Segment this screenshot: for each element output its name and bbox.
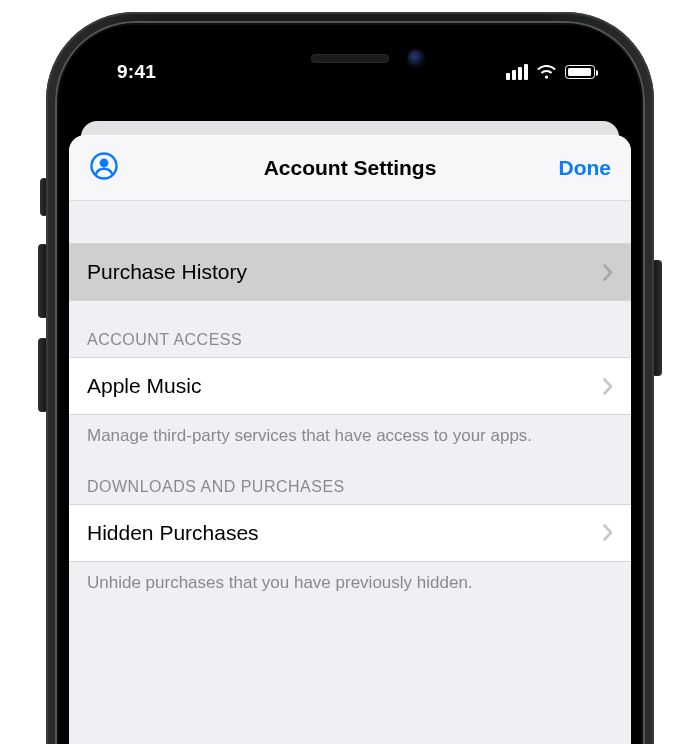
account-access-header: ACCOUNT ACCESS: [69, 301, 631, 357]
svg-point-1: [100, 158, 109, 167]
apple-music-label: Apple Music: [87, 374, 201, 398]
battery-icon: [565, 65, 595, 79]
nav-bar: Account Settings Done: [69, 135, 631, 201]
account-icon[interactable]: [89, 151, 119, 185]
cellular-signal-icon: [506, 64, 528, 80]
chevron-right-icon: [603, 264, 613, 281]
chevron-right-icon: [603, 378, 613, 395]
apple-music-row[interactable]: Apple Music: [69, 357, 631, 415]
downloads-footer: Unhide purchases that you have previousl…: [69, 562, 631, 595]
front-camera: [408, 50, 424, 66]
status-time: 9:41: [117, 61, 156, 83]
speaker-grille: [311, 54, 389, 63]
wifi-icon: [536, 65, 557, 80]
notch: [221, 35, 479, 75]
purchase-history-row[interactable]: Purchase History: [69, 243, 631, 301]
done-button[interactable]: Done: [531, 156, 611, 180]
chevron-right-icon: [603, 524, 613, 541]
screen: 9:41: [69, 35, 631, 744]
phone-body: 9:41: [46, 12, 654, 744]
downloads-header: DOWNLOADS AND PURCHASES: [69, 448, 631, 504]
hidden-purchases-label: Hidden Purchases: [87, 521, 259, 545]
modal-sheet: Account Settings Done Purchase History A…: [69, 135, 631, 744]
hidden-purchases-row[interactable]: Hidden Purchases: [69, 504, 631, 562]
account-access-footer: Manage third-party services that have ac…: [69, 415, 631, 448]
nav-title: Account Settings: [169, 156, 531, 180]
purchase-history-label: Purchase History: [87, 260, 247, 284]
